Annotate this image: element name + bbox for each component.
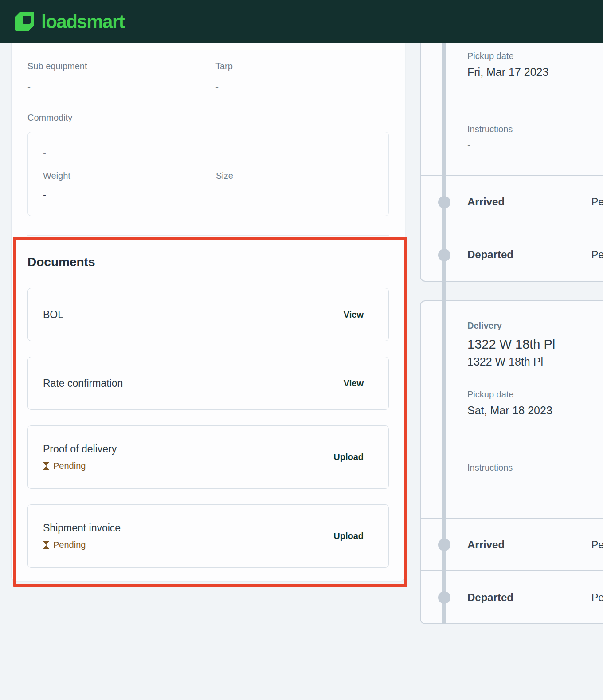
weight-label: Weight — [43, 171, 216, 181]
view-bol-button[interactable]: View — [344, 310, 364, 320]
upload-proof-of-delivery-button[interactable]: Upload — [333, 452, 364, 462]
size-label: Size — [216, 171, 233, 181]
weight-field: Weight - — [43, 171, 216, 200]
commodity-weight-size-row: Weight - Size — [43, 171, 388, 200]
document-info: Proof of delivery Pending — [43, 443, 117, 471]
document-row-shipment-invoice: Shipment invoice Pending Upload — [27, 504, 389, 568]
loadsmart-logo-text: loadsmart — [41, 11, 124, 32]
tarp-value: - — [215, 82, 233, 93]
pickup-date-label: Pickup date — [467, 51, 603, 61]
document-row-bol: BOL View — [27, 288, 389, 341]
document-status: Pending — [43, 461, 117, 471]
document-status: Pending — [43, 540, 121, 550]
pickup-date-label: Pickup date — [467, 389, 603, 400]
pickup-date-value: Sat, Mar 18 2023 — [467, 404, 603, 417]
event-label: Departed — [467, 248, 513, 261]
timeline-node-delivery-arrived — [438, 539, 450, 551]
timeline-node-pickup-arrived — [438, 196, 450, 208]
size-field: Size — [216, 171, 233, 200]
document-name: Rate confirmation — [43, 378, 123, 389]
tarp-label: Tarp — [215, 61, 233, 71]
document-info: Shipment invoice Pending — [43, 522, 121, 550]
event-status: Pending — [591, 539, 603, 551]
instructions-value: - — [467, 140, 603, 150]
delivery-stop-details: Delivery 1322 W 18th Pl 1322 W 18th Pl P… — [421, 301, 603, 518]
timeline-line — [442, 43, 446, 624]
weight-value: - — [43, 189, 216, 200]
documents-section-divider — [27, 235, 389, 236]
instructions-value: - — [467, 478, 603, 489]
delivery-address-line1: 1322 W 18th Pl — [467, 337, 603, 352]
document-status-text: Pending — [53, 540, 86, 550]
commodity-box: - Weight - Size — [27, 132, 389, 216]
instructions-label: Instructions — [467, 124, 603, 134]
event-status: Pending — [591, 248, 603, 260]
document-status-text: Pending — [53, 461, 86, 471]
event-label: Arrived — [467, 539, 505, 551]
pickup-stop-card: Pickup date Fri, Mar 17 2023 Instruction… — [420, 43, 603, 282]
sub-equipment-value: - — [27, 82, 215, 93]
loadsmart-logo-icon — [13, 11, 35, 33]
commodity-value: - — [43, 148, 388, 159]
upload-shipment-invoice-button[interactable]: Upload — [333, 531, 364, 541]
delivery-stop-card: Delivery 1322 W 18th Pl 1322 W 18th Pl P… — [420, 300, 603, 624]
document-row-rate-confirmation: Rate confirmation View — [27, 357, 389, 410]
documents-section-title: Documents — [27, 255, 389, 269]
delivery-address-line2: 1322 W 18th Pl — [467, 355, 603, 368]
event-label: Departed — [467, 591, 513, 604]
delivery-label: Delivery — [467, 321, 603, 331]
event-status: Pending — [591, 196, 603, 208]
hourglass-icon — [43, 462, 49, 470]
pickup-date-value: Fri, Mar 17 2023 — [467, 66, 603, 79]
timeline-node-delivery-departed — [438, 591, 450, 604]
timeline-node-pickup-departed — [438, 249, 450, 261]
equipment-fields-row: Sub equipment - Tarp - — [27, 43, 389, 93]
loadsmart-logo[interactable]: loadsmart — [13, 11, 124, 33]
hourglass-icon — [43, 541, 49, 549]
app-header: loadsmart — [0, 0, 603, 43]
document-name: Shipment invoice — [43, 522, 121, 534]
instructions-label: Instructions — [467, 463, 603, 473]
document-row-proof-of-delivery: Proof of delivery Pending Upload — [27, 425, 389, 489]
tarp-field: Tarp - — [215, 61, 233, 93]
document-name: BOL — [43, 309, 63, 321]
pickup-stop-details: Pickup date Fri, Mar 17 2023 Instruction… — [421, 43, 603, 175]
sub-equipment-label: Sub equipment — [27, 61, 215, 71]
event-status: Pending — [591, 591, 603, 603]
sub-equipment-field: Sub equipment - — [27, 61, 215, 93]
shipment-details-card: Sub equipment - Tarp - Commodity - Weigh… — [11, 43, 405, 581]
view-rate-confirmation-button[interactable]: View — [344, 378, 364, 389]
event-label: Arrived — [467, 196, 505, 208]
document-name: Proof of delivery — [43, 443, 117, 455]
commodity-label: Commodity — [27, 113, 389, 123]
